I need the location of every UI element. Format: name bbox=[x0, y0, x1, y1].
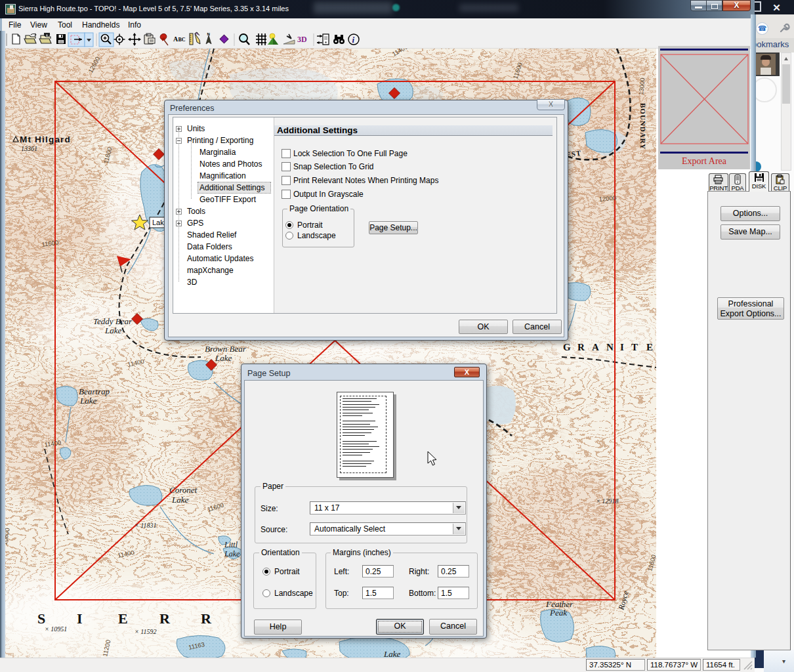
svg-text:Coronet: Coronet bbox=[169, 485, 198, 495]
svg-text:× 10951: × 10951 bbox=[45, 625, 67, 633]
svg-text:× 11592: × 11592 bbox=[135, 628, 157, 635]
svg-text:G: G bbox=[563, 342, 571, 352]
svg-text:3D: 3D bbox=[297, 35, 307, 44]
svg-text:Mt Hilgard: Mt Hilgard bbox=[20, 135, 71, 144]
svg-text:N: N bbox=[606, 342, 614, 352]
svg-text:Lake: Lake bbox=[171, 495, 189, 505]
svg-text:Lake: Lake bbox=[79, 396, 97, 406]
svg-text:A: A bbox=[592, 342, 599, 352]
svg-text:R: R bbox=[201, 610, 212, 627]
svg-text:R: R bbox=[159, 610, 171, 627]
svg-text:I: I bbox=[620, 342, 624, 352]
svg-text:Lake: Lake bbox=[215, 353, 232, 363]
svg-text:Lake: Lake bbox=[104, 326, 122, 335]
svg-text:13361: 13361 bbox=[21, 145, 37, 152]
svg-text:Littl: Littl bbox=[224, 540, 238, 549]
svg-text:I: I bbox=[77, 610, 83, 627]
svg-text:N: N bbox=[207, 32, 210, 36]
svg-text:R: R bbox=[577, 342, 585, 352]
svg-text:BOUNDARY: BOUNDARY bbox=[639, 103, 647, 150]
svg-text:Teddy Bear: Teddy Bear bbox=[93, 316, 133, 326]
svg-text:Beartrap: Beartrap bbox=[79, 387, 110, 396]
svg-text:i: i bbox=[352, 35, 355, 45]
svg-text:Peak: Peak bbox=[549, 608, 567, 618]
svg-text:BC: BC bbox=[178, 37, 186, 43]
svg-text:12000: 12000 bbox=[598, 194, 616, 203]
svg-text:E: E bbox=[646, 342, 653, 352]
svg-text:T: T bbox=[631, 342, 638, 352]
svg-text:× 12918: × 12918 bbox=[596, 497, 618, 505]
svg-text:S: S bbox=[37, 610, 45, 627]
svg-text:13000: 13000 bbox=[637, 77, 646, 95]
svg-text:Lake: Lake bbox=[224, 549, 240, 558]
svg-text:E: E bbox=[118, 610, 128, 627]
svg-text:Brown Bear: Brown Bear bbox=[205, 344, 247, 354]
svg-text:Lake: Lake bbox=[383, 649, 401, 658]
svg-text:× 11831: × 11831 bbox=[135, 522, 157, 529]
